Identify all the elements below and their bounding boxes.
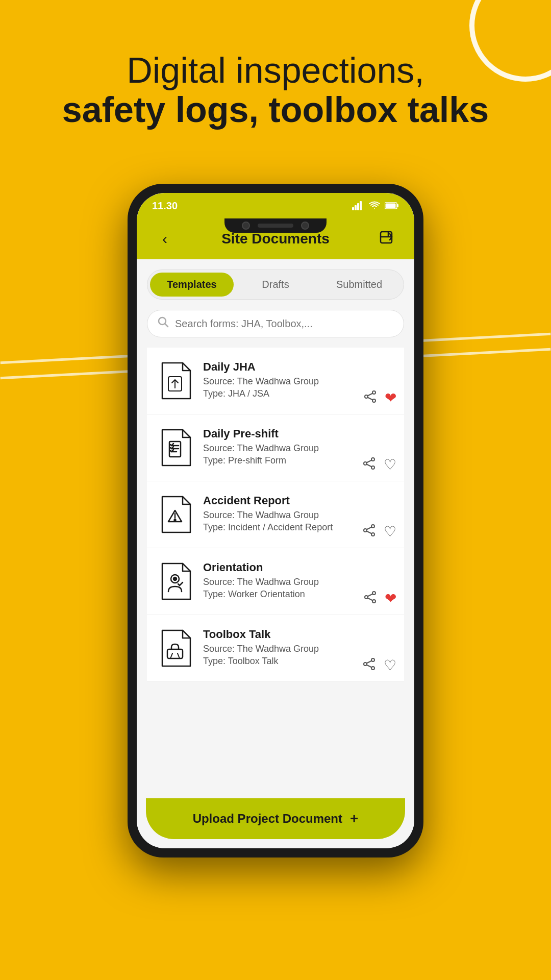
phone-screen: 11.30 (137, 193, 414, 848)
svg-rect-39 (167, 649, 183, 658)
svg-rect-5 (397, 204, 398, 207)
doc-icon-preshift (155, 425, 195, 471)
svg-line-37 (368, 594, 373, 596)
favorite-button[interactable]: ❤ (385, 590, 396, 607)
doc-icon-jha (155, 358, 195, 404)
phone-shell: 11.30 (128, 184, 423, 857)
speaker-grille (258, 224, 293, 228)
share-button[interactable] (364, 390, 377, 406)
favorite-button[interactable]: ♡ (384, 523, 396, 540)
svg-point-26 (174, 520, 176, 521)
share-button[interactable] (363, 457, 376, 473)
share-button[interactable] (364, 591, 377, 607)
svg-rect-2 (357, 203, 359, 210)
upload-button[interactable]: Upload Project Document + (146, 798, 405, 839)
svg-line-47 (367, 665, 372, 667)
wifi-icon (368, 201, 381, 210)
svg-line-30 (367, 527, 372, 529)
status-time: 11.30 (152, 200, 178, 212)
header-section: Digital inspections, safety logs, toolbo… (0, 51, 551, 130)
doc-source: Source: The Wadhwa Group (203, 510, 396, 521)
svg-line-41 (178, 653, 180, 658)
doc-source: Source: The Wadhwa Group (203, 577, 396, 587)
svg-line-24 (367, 464, 372, 467)
battery-icon (385, 202, 399, 210)
doc-actions-toolbox: ♡ (363, 657, 396, 674)
tab-drafts[interactable]: Drafts (234, 273, 317, 297)
svg-line-38 (368, 598, 373, 600)
doc-icon-orientation (155, 558, 195, 604)
list-item[interactable]: Accident Report Source: The Wadhwa Group… (147, 481, 404, 548)
back-button[interactable]: ‹ (152, 230, 178, 248)
favorite-button[interactable]: ♡ (384, 456, 396, 473)
phone-mockup: 11.30 (128, 184, 423, 857)
upload-button-label: Upload Project Document (193, 812, 342, 826)
upload-plus-icon: + (350, 811, 358, 827)
doc-actions-jha: ❤ (364, 389, 396, 406)
svg-rect-6 (386, 204, 396, 208)
tab-templates[interactable]: Templates (150, 273, 234, 297)
doc-source: Source: The Wadhwa Group (203, 644, 396, 654)
page-title: Site Documents (221, 231, 330, 247)
camera-dot-2 (301, 222, 309, 230)
svg-line-9 (165, 324, 168, 327)
tab-bar: Templates Drafts Submitted (147, 270, 404, 300)
doc-source: Source: The Wadhwa Group (203, 376, 396, 387)
svg-line-15 (368, 397, 373, 400)
favorite-button[interactable]: ❤ (385, 389, 396, 406)
doc-actions-orientation: ❤ (364, 590, 396, 607)
search-input[interactable] (175, 318, 393, 330)
doc-source: Source: The Wadhwa Group (203, 443, 396, 454)
header-line2: safety logs, toolbox talks (31, 90, 520, 130)
svg-rect-1 (355, 205, 357, 210)
doc-actions-preshift: ♡ (363, 456, 396, 473)
list-item[interactable]: Daily Pre-shift Source: The Wadhwa Group… (147, 414, 404, 481)
svg-rect-0 (352, 207, 354, 210)
favorite-button[interactable]: ♡ (384, 657, 396, 674)
doc-title: Daily JHA (203, 360, 396, 374)
doc-title: Accident Report (203, 494, 396, 507)
signal-icon (352, 201, 364, 210)
doc-actions-accident: ♡ (363, 523, 396, 540)
share-button[interactable] (363, 524, 376, 540)
list-item[interactable]: Toolbox Talk Source: The Wadhwa Group Ty… (147, 615, 404, 682)
svg-line-14 (368, 393, 373, 396)
svg-line-31 (367, 531, 372, 533)
doc-icon-accident (155, 492, 195, 537)
svg-line-40 (170, 653, 172, 658)
status-icons (352, 201, 399, 210)
svg-line-23 (367, 460, 372, 462)
svg-point-33 (173, 577, 177, 580)
header-line1: Digital inspections, (31, 51, 520, 90)
doc-title: Daily Pre-shift (203, 427, 396, 440)
search-bar (147, 310, 404, 337)
doc-title: Orientation (203, 561, 396, 574)
status-bar: 11.30 (137, 193, 414, 218)
search-icon (158, 316, 169, 331)
document-list: Daily JHA Source: The Wadhwa Group Type:… (147, 348, 404, 682)
doc-title: Toolbox Talk (203, 628, 396, 641)
share-button[interactable] (363, 657, 376, 674)
svg-line-46 (367, 660, 372, 663)
list-item[interactable]: Orientation Source: The Wadhwa Group Typ… (147, 548, 404, 615)
camera-dot (242, 222, 250, 230)
phone-notch (224, 218, 327, 233)
tab-submitted[interactable]: Submitted (317, 273, 401, 297)
list-item[interactable]: Daily JHA Source: The Wadhwa Group Type:… (147, 348, 404, 414)
svg-rect-3 (360, 201, 362, 210)
doc-icon-toolbox (155, 625, 195, 671)
export-button[interactable] (373, 230, 399, 249)
main-content: Templates Drafts Submitted (137, 259, 414, 848)
